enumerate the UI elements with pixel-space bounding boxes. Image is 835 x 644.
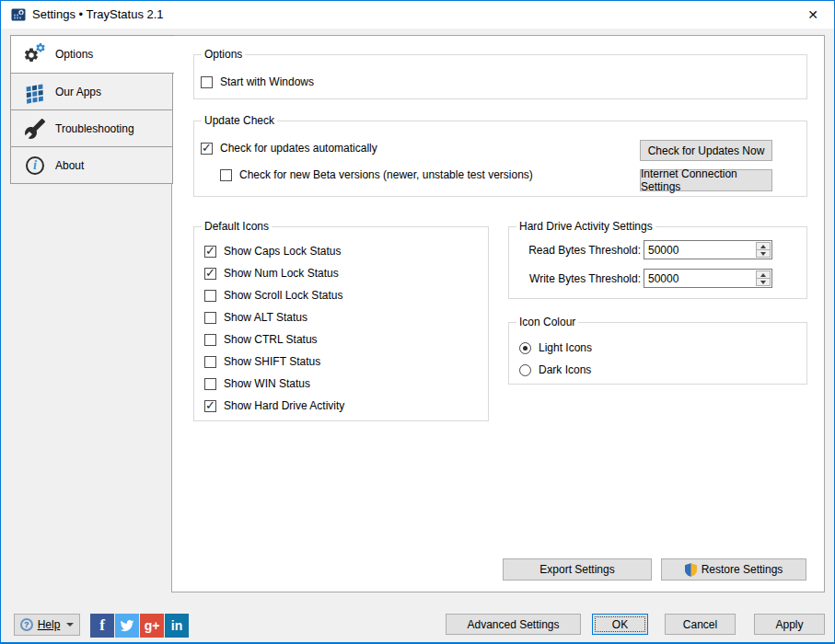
advanced-settings-button[interactable]: Advanced Settings xyxy=(446,614,581,635)
checkbox-show-win[interactable]: Show WIN Status xyxy=(204,377,310,390)
spin-down-button[interactable] xyxy=(756,278,771,286)
checkbox-label: Check for updates automatically xyxy=(220,142,377,155)
checkbox-label: Show CTRL Status xyxy=(224,333,318,346)
help-question-icon: ? xyxy=(20,618,33,631)
ok-button[interactable]: OK xyxy=(592,614,648,635)
read-threshold-label: Read Bytes Threshold: xyxy=(513,244,641,257)
googleplus-glyph: g+ xyxy=(145,618,160,633)
checkbox-label: Show Hard Drive Activity xyxy=(224,399,344,412)
apps-grid-icon xyxy=(22,79,48,105)
checkbox-box xyxy=(204,268,216,280)
twitter-bird-icon xyxy=(120,618,134,633)
restore-settings-button[interactable]: Restore Settings xyxy=(661,558,806,581)
apply-button[interactable]: Apply xyxy=(754,614,825,635)
radio-label: Light Icons xyxy=(539,341,592,354)
info-icon: i xyxy=(22,153,48,178)
radio-dark-icons[interactable]: Dark Icons xyxy=(519,363,591,376)
gears-icon xyxy=(22,41,48,67)
checkbox-show-caps-lock[interactable]: Show Caps Lock Status xyxy=(204,245,341,258)
radio-circle xyxy=(519,342,531,354)
app-icon xyxy=(11,7,26,22)
checkbox-label: Show ALT Status xyxy=(224,311,307,324)
export-settings-button[interactable]: Export Settings xyxy=(503,558,652,581)
restore-settings-label: Restore Settings xyxy=(702,563,783,576)
checkbox-show-ctrl[interactable]: Show CTRL Status xyxy=(204,333,318,346)
wrench-icon xyxy=(22,116,48,142)
checkbox-box xyxy=(204,400,216,412)
cancel-button[interactable]: Cancel xyxy=(665,614,736,635)
checkbox-label: Check for new Beta versions (newer, unst… xyxy=(239,168,533,181)
checkbox-box xyxy=(204,356,216,368)
spin-down-button[interactable] xyxy=(756,249,771,258)
chevron-down-icon xyxy=(66,623,74,627)
checkbox-show-alt[interactable]: Show ALT Status xyxy=(204,311,307,324)
checkbox-check-beta-versions[interactable]: Check for new Beta versions (newer, unst… xyxy=(220,168,533,181)
group-options-title: Options xyxy=(202,48,245,61)
read-threshold-field xyxy=(644,240,772,259)
checkbox-box xyxy=(201,143,213,155)
checkbox-box xyxy=(204,378,216,390)
checkbox-box xyxy=(204,312,216,324)
facebook-icon[interactable]: f xyxy=(90,614,114,638)
group-update-check-title: Update Check xyxy=(202,114,277,127)
checkbox-show-hard-drive-activity[interactable]: Show Hard Drive Activity xyxy=(204,399,344,412)
write-threshold-field xyxy=(644,269,772,288)
checkbox-show-scroll-lock[interactable]: Show Scroll Lock Status xyxy=(204,289,342,302)
group-hdd-activity-title: Hard Drive Activity Settings xyxy=(516,220,655,233)
internet-connection-settings-button[interactable]: Internet Connection Settings xyxy=(640,169,772,191)
checkbox-label: Show Scroll Lock Status xyxy=(224,289,342,302)
title-bar: Settings • TrayStatus 2.1 ✕ xyxy=(1,1,834,29)
help-label: Help xyxy=(38,618,61,631)
window-title: Settings • TrayStatus 2.1 xyxy=(32,1,164,29)
settings-window: Settings • TrayStatus 2.1 ✕ Options Our … xyxy=(0,0,835,644)
checkbox-show-shift[interactable]: Show SHIFT Status xyxy=(204,355,320,368)
tab-about-label: About xyxy=(55,159,84,172)
checkbox-box xyxy=(201,76,213,88)
uac-shield-icon xyxy=(685,563,697,577)
tab-our-apps-label: Our Apps xyxy=(55,86,101,98)
tab-options[interactable]: Options xyxy=(10,35,174,74)
linkedin-icon[interactable]: in xyxy=(165,614,189,638)
close-button[interactable]: ✕ xyxy=(792,1,834,28)
group-hdd-activity: Hard Drive Activity Settings xyxy=(508,226,807,299)
write-threshold-label: Write Bytes Threshold: xyxy=(513,272,641,285)
checkbox-box xyxy=(204,246,216,258)
check-for-updates-now-button[interactable]: Check for Updates Now xyxy=(640,140,772,161)
write-threshold-input[interactable] xyxy=(644,270,753,287)
linkedin-glyph: in xyxy=(171,618,182,633)
checkbox-label: Show Caps Lock Status xyxy=(224,245,341,258)
radio-light-icons[interactable]: Light Icons xyxy=(519,341,592,354)
checkbox-label: Show Num Lock Status xyxy=(224,267,339,280)
twitter-icon[interactable] xyxy=(115,614,139,638)
tab-troubleshooting[interactable]: Troubleshooting xyxy=(10,109,173,147)
checkbox-box xyxy=(220,169,232,181)
tab-about[interactable]: i About xyxy=(10,146,173,184)
radio-circle xyxy=(519,364,531,376)
help-button[interactable]: ? Help xyxy=(14,614,80,636)
checkbox-label: Show SHIFT Status xyxy=(224,355,320,368)
checkbox-label: Start with Windows xyxy=(220,75,314,88)
tab-options-label: Options xyxy=(55,48,93,61)
tab-troubleshooting-label: Troubleshooting xyxy=(55,122,134,135)
radio-label: Dark Icons xyxy=(539,363,591,376)
checkbox-show-num-lock[interactable]: Show Num Lock Status xyxy=(204,267,339,280)
tab-our-apps[interactable]: Our Apps xyxy=(10,73,173,110)
group-icon-colour-title: Icon Colour xyxy=(516,316,578,328)
googleplus-icon[interactable]: g+ xyxy=(140,614,164,638)
checkbox-label: Show WIN Status xyxy=(224,377,310,390)
checkbox-check-updates-automatically[interactable]: Check for updates automatically xyxy=(201,142,377,155)
facebook-glyph: f xyxy=(99,616,105,635)
checkbox-start-with-windows[interactable]: Start with Windows xyxy=(201,75,314,88)
group-default-icons-title: Default Icons xyxy=(202,220,272,233)
read-threshold-input[interactable] xyxy=(644,241,753,259)
checkbox-box xyxy=(204,334,216,346)
checkbox-box xyxy=(204,290,216,302)
